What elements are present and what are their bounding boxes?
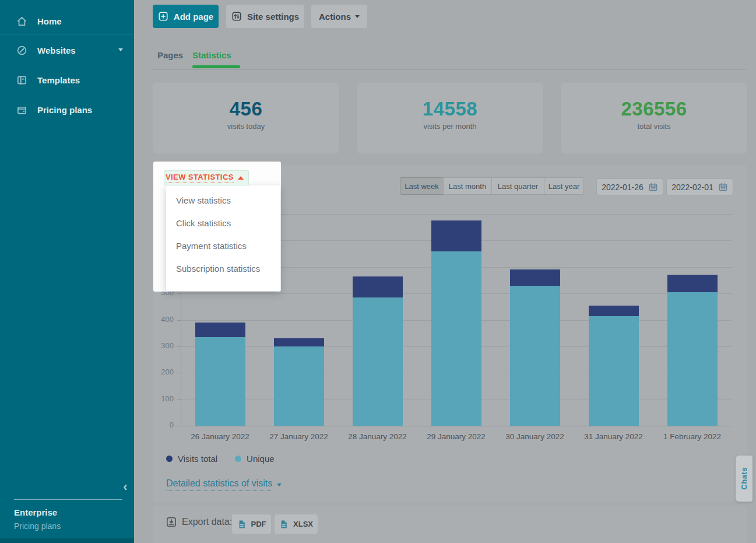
export-pdf-label: PDF [251, 520, 266, 528]
view-statistics-dropdown-toggle[interactable]: VIEW STATISTICS [164, 170, 249, 185]
tab-pages[interactable]: Pages [157, 50, 183, 60]
sidebar-item-label: Pricing plans [37, 105, 92, 115]
actions-label: Actions [319, 12, 351, 22]
sidebar-item-pricing-plans[interactable]: Pricing plans [0, 97, 134, 122]
wallet-icon [16, 104, 27, 115]
range-last-year[interactable]: Last year [544, 177, 584, 195]
sidebar-divider [0, 34, 134, 34]
chats-tab-label: Chats [740, 467, 748, 490]
legend-item-visits-total: Visits total [166, 454, 217, 464]
file-icon [237, 520, 247, 529]
sidebar-item-websites[interactable]: Websites [0, 37, 134, 63]
legend-item-unique: Unique [235, 454, 275, 464]
stat-card-total-visits: 236556 total visits [561, 83, 747, 153]
date-from-value: 2022-01-26 [602, 183, 644, 192]
sidebar-item-label: Home [37, 16, 62, 26]
add-page-label: Add page [174, 12, 213, 22]
legend-label: Unique [247, 454, 275, 464]
active-tab-underline [192, 65, 240, 68]
menu-item-payment-statistics[interactable]: Payment statistics [166, 234, 280, 257]
date-to-value: 2022-02-01 [671, 183, 713, 192]
menu-item-click-statistics[interactable]: Click statistics [166, 212, 280, 234]
bar-29 January 2022[interactable] [431, 220, 481, 426]
bar-unique-segment [510, 286, 560, 426]
sidebar-item-label: Websites [37, 45, 76, 55]
stat-label: visits per month [357, 122, 543, 131]
legend-dot-blue [235, 456, 241, 462]
bar-unique-segment [431, 251, 481, 426]
add-page-button[interactable]: Add page [153, 5, 219, 28]
sliders-icon [231, 11, 242, 22]
sidebar-item-templates[interactable]: Templates [0, 67, 134, 93]
sidebar-item-label: Templates [37, 75, 80, 85]
bar-unique-segment [195, 337, 245, 426]
stat-value: 236556 [561, 98, 747, 120]
plan-name: Enterprise [14, 507, 57, 517]
calendar-icon [718, 182, 728, 192]
bar-unique-segment [274, 346, 324, 426]
statistics-dropdown-menu: View statistics Click statistics Payment… [166, 185, 280, 291]
actions-button[interactable]: Actions [311, 5, 367, 28]
pricing-plans-link[interactable]: Pricing plans [14, 521, 61, 531]
calendar-icon [648, 182, 658, 192]
globe-icon [16, 45, 27, 56]
chevron-down-icon [355, 15, 360, 18]
stat-card-visits-today: 456 visits today [153, 83, 339, 153]
chevron-up-icon [238, 176, 244, 180]
menu-item-view-statistics[interactable]: View statistics [166, 189, 280, 212]
bar-unique-segment [353, 297, 403, 426]
stat-card-visits-per-month: 14558 visits per month [357, 83, 543, 153]
stat-value: 14558 [357, 98, 543, 120]
date-to-input[interactable]: 2022-02-01 [666, 178, 733, 195]
bar-27 January 2022[interactable] [274, 338, 324, 426]
range-last-quarter[interactable]: Last quarter [491, 177, 544, 195]
sidebar-item-home[interactable]: Home [0, 8, 134, 34]
sidebar-collapse-button[interactable]: ‹ [118, 481, 132, 495]
range-last-week[interactable]: Last week [400, 177, 444, 195]
menu-item-subscription-statistics[interactable]: Subscription statistics [166, 257, 280, 280]
chevron-down-icon [277, 484, 282, 486]
tabs-divider [153, 69, 747, 70]
view-statistics-label: VIEW STATISTICS [166, 173, 234, 183]
legend-label: Visits total [178, 454, 217, 464]
app-root: Home Websites Templates Pricing plans ‹ … [0, 0, 756, 543]
bar-31 January 2022[interactable] [589, 306, 639, 426]
export-data-label-row: Export data: [166, 516, 232, 528]
date-from-input[interactable]: 2022-01-26 [596, 178, 663, 195]
range-button-group: Last week Last month Last quarter Last y… [400, 177, 584, 195]
export-data-label: Export data: [182, 517, 232, 527]
bar-unique-segment [667, 292, 718, 426]
stat-label: visits today [153, 122, 339, 131]
sidebar: Home Websites Templates Pricing plans ‹ … [0, 0, 134, 543]
bar-28 January 2022[interactable] [353, 276, 403, 426]
stat-value: 456 [153, 98, 339, 120]
export-download-icon [166, 516, 177, 528]
sidebar-bottom-strip [0, 538, 134, 543]
chats-tab[interactable]: Chats [736, 456, 753, 502]
bar-30 January 2022[interactable] [510, 269, 560, 426]
bar-26 January 2022[interactable] [195, 323, 245, 426]
site-settings-label: Site settings [247, 12, 299, 22]
legend-dot-navy [166, 456, 173, 462]
templates-icon [16, 75, 27, 86]
detailed-statistics-label: Detailed statistics of visits [166, 478, 272, 491]
detailed-statistics-link[interactable]: Detailed statistics of visits [166, 478, 282, 491]
export-xlsx-label: XLSX [293, 520, 313, 528]
bar-unique-segment [589, 316, 639, 426]
plus-square-icon [158, 11, 168, 22]
site-settings-button[interactable]: Site settings [226, 5, 304, 28]
file-icon [279, 520, 289, 529]
bar-1 February 2022[interactable] [667, 275, 718, 426]
range-last-month[interactable]: Last month [443, 177, 492, 195]
chart-legend: Visits total Unique [166, 454, 275, 464]
export-pdf-button[interactable]: PDF [232, 514, 271, 534]
tab-statistics[interactable]: Statistics [192, 50, 231, 60]
home-icon [16, 16, 27, 27]
export-xlsx-button[interactable]: XLSX [275, 514, 318, 534]
sidebar-footer-divider [14, 499, 122, 500]
stat-label: total visits [561, 122, 747, 131]
chevron-down-icon [118, 48, 123, 51]
